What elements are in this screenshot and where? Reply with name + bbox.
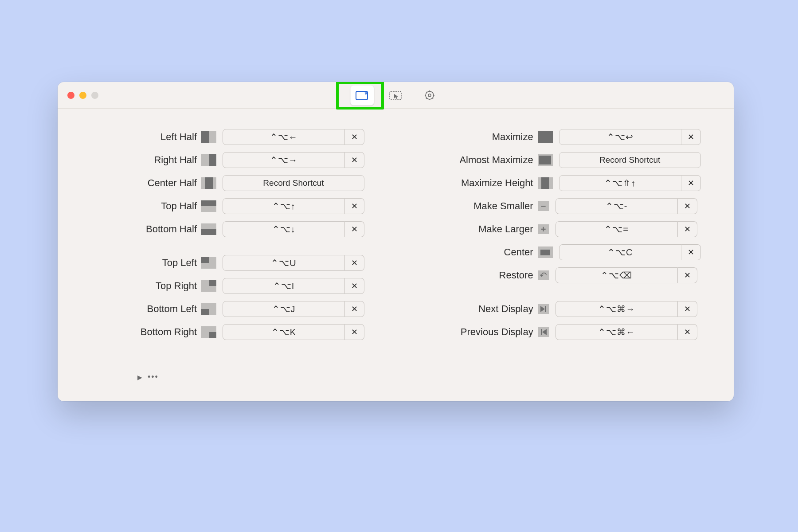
left-half-icon: [201, 131, 216, 143]
minimize-window-button[interactable]: [79, 92, 86, 99]
label-bottom-right: Bottom Right: [68, 326, 201, 338]
label-make-smaller: Make Smaller: [391, 200, 538, 212]
row-right-half: Right Half⌃⌥→✕: [68, 149, 391, 172]
chevron-left-icon: [538, 327, 549, 337]
center-icon: [538, 246, 553, 258]
row-maximize-height: Maximize Height⌃⌥⇧↑✕: [391, 172, 723, 195]
shortcuts-panel: Left Half⌃⌥←✕Right Half⌃⌥→✕Center HalfRe…: [58, 109, 734, 344]
plus-icon: +: [538, 224, 549, 234]
svg-line-11: [432, 92, 433, 93]
shortcut-recorder-bottom-right[interactable]: ⌃⌥K: [223, 324, 345, 340]
maximize-icon: [538, 131, 553, 143]
bottom-right-icon: [201, 326, 216, 338]
row-make-larger: Make Larger+⌃⌥=✕: [391, 218, 723, 241]
clear-shortcut-bottom-left[interactable]: ✕: [345, 301, 364, 317]
clear-shortcut-bottom-half[interactable]: ✕: [345, 221, 364, 237]
tab-mouse[interactable]: [384, 85, 408, 106]
label-right-half: Right Half: [68, 154, 201, 166]
row-center: Center⌃⌥C✕: [391, 241, 723, 264]
clear-shortcut-restore[interactable]: ✕: [678, 267, 697, 283]
row-bottom-half: Bottom Half⌃⌥↓✕: [68, 218, 391, 241]
clear-shortcut-maximize[interactable]: ✕: [681, 129, 701, 145]
svg-line-12: [426, 98, 427, 99]
label-center: Center: [391, 246, 538, 258]
label-maximize-height: Maximize Height: [391, 177, 538, 189]
shortcut-recorder-maximize-height[interactable]: ⌃⌥⇧↑: [559, 175, 681, 191]
label-top-half: Top Half: [68, 200, 201, 212]
minus-icon: −: [538, 201, 549, 211]
row-top-half: Top Half⌃⌥↑✕: [68, 195, 391, 218]
shortcut-recorder-top-half[interactable]: ⌃⌥↑: [223, 198, 345, 214]
maximize-height-icon: [538, 177, 553, 189]
svg-rect-14: [541, 329, 542, 335]
shortcut-recorder-top-left[interactable]: ⌃⌥U: [223, 255, 345, 271]
row-maximize: Maximize⌃⌥↩✕: [391, 125, 723, 149]
label-top-left: Top Left: [68, 257, 201, 269]
chevron-right-icon: [538, 304, 549, 314]
svg-rect-13: [545, 306, 546, 312]
shortcut-recorder-make-larger[interactable]: ⌃⌥=: [555, 221, 678, 237]
clear-shortcut-previous-display[interactable]: ✕: [678, 324, 697, 340]
row-bottom-left: Bottom Left⌃⌥J✕: [68, 297, 391, 321]
disclosure-row[interactable]: ▶ •••: [137, 372, 716, 382]
close-window-button[interactable]: [67, 92, 74, 99]
clear-shortcut-make-larger[interactable]: ✕: [678, 221, 697, 237]
clear-shortcut-top-half[interactable]: ✕: [345, 198, 364, 214]
clear-shortcut-center[interactable]: ✕: [681, 244, 701, 260]
shortcut-recorder-top-right[interactable]: ⌃⌥I: [223, 278, 345, 294]
row-almost-maximize: Almost MaximizeRecord Shortcut: [391, 149, 723, 172]
row-left-half: Left Half⌃⌥←✕: [68, 125, 391, 149]
label-previous-display: Previous Display: [391, 326, 538, 338]
label-make-larger: Make Larger: [391, 223, 538, 235]
label-almost-maximize: Almost Maximize: [391, 154, 538, 166]
zoom-window-button[interactable]: [91, 92, 98, 99]
shortcut-recorder-next-display[interactable]: ⌃⌥⌘→: [555, 301, 678, 317]
clear-shortcut-top-right[interactable]: ✕: [345, 278, 364, 294]
divider: [164, 377, 716, 377]
row-bottom-right: Bottom Right⌃⌥K✕: [68, 321, 391, 344]
clear-shortcut-left-half[interactable]: ✕: [345, 129, 364, 145]
tab-shortcuts[interactable]: ⌘: [350, 85, 374, 106]
shortcut-recorder-right-half[interactable]: ⌃⌥→: [223, 152, 345, 168]
label-bottom-half: Bottom Half: [68, 223, 201, 235]
tab-settings[interactable]: [418, 85, 442, 106]
label-maximize: Maximize: [391, 131, 538, 143]
titlebar: ⌘: [58, 82, 734, 109]
preferences-window: ⌘: [58, 82, 734, 401]
shortcut-recorder-make-smaller[interactable]: ⌃⌥-: [555, 198, 678, 214]
right-half-icon: [201, 154, 216, 166]
row-previous-display: Previous Display⌃⌥⌘←✕: [391, 321, 723, 344]
label-center-half: Center Half: [68, 177, 201, 189]
clear-shortcut-maximize-height[interactable]: ✕: [681, 175, 701, 191]
label-next-display: Next Display: [391, 303, 538, 315]
window-cursor-icon: [389, 90, 403, 101]
disclosure-triangle-icon: ▶: [137, 374, 142, 381]
clear-shortcut-make-smaller[interactable]: ✕: [678, 198, 697, 214]
svg-point-4: [428, 94, 431, 97]
shortcut-recorder-previous-display[interactable]: ⌃⌥⌘←: [555, 324, 678, 340]
shortcut-recorder-bottom-left[interactable]: ⌃⌥J: [223, 301, 345, 317]
label-bottom-left: Bottom Left: [68, 303, 201, 315]
ellipsis-icon: •••: [148, 372, 159, 382]
svg-line-10: [432, 98, 433, 99]
clear-shortcut-next-display[interactable]: ✕: [678, 301, 697, 317]
row-top-right: Top Right⌃⌥I✕: [68, 274, 391, 297]
top-right-icon: [201, 280, 216, 292]
bottom-half-icon: [201, 223, 216, 235]
shortcut-recorder-center[interactable]: ⌃⌥C: [559, 244, 681, 260]
shortcut-recorder-bottom-half[interactable]: ⌃⌥↓: [223, 221, 345, 237]
clear-shortcut-right-half[interactable]: ✕: [345, 152, 364, 168]
row-make-smaller: Make Smaller−⌃⌥-✕: [391, 195, 723, 218]
window-controls: [58, 92, 98, 99]
clear-shortcut-top-left[interactable]: ✕: [345, 255, 364, 271]
window-key-icon: ⌘: [356, 90, 369, 101]
label-restore: Restore: [391, 270, 538, 281]
shortcut-recorder-left-half[interactable]: ⌃⌥←: [223, 129, 345, 145]
clear-shortcut-bottom-right[interactable]: ✕: [345, 324, 364, 340]
shortcut-recorder-center-half[interactable]: Record Shortcut: [223, 175, 364, 191]
gear-icon: [423, 90, 436, 101]
shortcut-recorder-maximize[interactable]: ⌃⌥↩: [559, 129, 681, 145]
shortcut-recorder-almost-maximize[interactable]: Record Shortcut: [559, 152, 701, 168]
label-left-half: Left Half: [68, 131, 201, 143]
shortcut-recorder-restore[interactable]: ⌃⌥⌫: [555, 267, 678, 283]
